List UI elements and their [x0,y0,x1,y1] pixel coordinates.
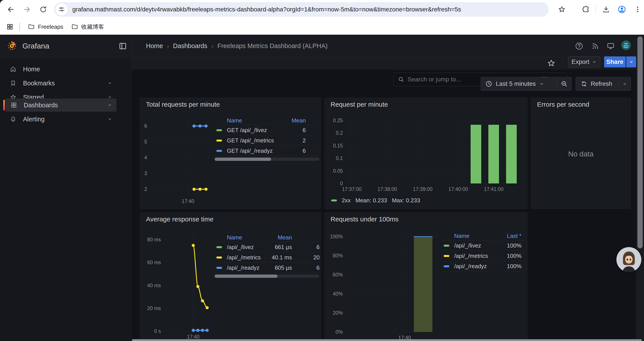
breadcrumb-home[interactable]: Home [146,42,163,50]
svg-text:40%: 40% [333,291,343,297]
collapse-sidebar-button[interactable] [118,42,127,51]
panel-errors-per-second[interactable]: Errors per second No data [531,98,631,209]
legend-series-name[interactable]: 2xx [342,197,350,204]
table-cell: 2 [293,137,319,144]
bookmarks-divider [19,22,20,31]
star-dashboard-button[interactable] [547,59,556,68]
bookmark-page-button[interactable] [556,4,567,15]
horizontal-scrollbar-thumb[interactable] [132,339,642,341]
profile-button[interactable] [616,4,627,15]
help-button[interactable] [574,41,584,51]
floating-assistant-avatar[interactable] [616,247,641,272]
table-scrollbar[interactable] [214,158,319,161]
svg-text:80%: 80% [333,253,343,258]
dashboard-action-bar [131,58,644,69]
series-swatch [216,129,222,131]
series-swatch [216,140,222,142]
apps-grid-button[interactable] [4,21,15,32]
zoom-out-time-button[interactable] [556,77,572,90]
table-row[interactable]: GET /api/_/metrics2 [214,135,319,146]
monitor-icon [606,42,615,50]
export-button[interactable]: Export [568,56,600,67]
bookmark-folder-blogs[interactable]: 收藏博客 [67,21,108,33]
breadcrumb-dashboards[interactable]: Dashboards [173,42,207,50]
column-header[interactable]: Last * [292,234,319,241]
series-name: GET /api/_/metrics [227,137,274,144]
table-cell: 40.1 ms [262,254,292,261]
news-button[interactable] [590,41,600,51]
chevron-down-icon [592,60,597,64]
time-range-picker[interactable]: Last 5 minutes [481,77,572,91]
vertical-scrollbar-thumb[interactable] [638,37,643,248]
panel-total-requests-per-minute[interactable]: Total requests per minute 6543217:40 Nam… [140,98,321,209]
table-row[interactable]: /api/_/livez661 µs646 µs [214,242,319,252]
bookmark-star-icon [558,6,566,14]
kebab-menu-icon [634,6,641,13]
refresh-interval-button[interactable] [618,77,631,90]
clock-icon [485,80,492,87]
url-text[interactable]: grafana.mathmast.com/d/deytv4rwavabkb/fr… [72,6,461,13]
panel-title[interactable]: Errors per second [537,101,589,108]
table-row[interactable]: GET /api/_/readyz6 [214,146,319,156]
home-icon [10,66,16,72]
bell-icon [10,116,16,122]
table-row[interactable]: /api/_/livez100% [442,240,524,251]
sidebar-item-alerting[interactable]: Alerting [3,113,116,126]
back-icon [6,5,15,14]
search-icon [398,76,404,83]
column-header[interactable]: Last * [498,233,524,239]
extensions-button[interactable] [580,4,592,15]
table-row[interactable]: GET /api/_/livez6 [214,125,319,135]
table-scrollbar[interactable] [214,274,319,278]
forward-button[interactable] [22,4,32,15]
chart-legend[interactable]: 2xx Mean: 0.233 Max: 0.233 [331,197,420,204]
extensions-puzzle-icon [582,6,590,14]
sidebar-item-label: Dashboards [24,102,107,109]
site-settings-icon[interactable] [56,4,68,15]
table-row[interactable]: /api/_/metrics40.1 ms20.5 ms [214,252,319,263]
column-header[interactable]: Name [214,234,262,241]
column-header[interactable]: Name [214,117,292,124]
back-button[interactable] [5,4,16,15]
request-per-minute-chart[interactable]: 0.250.20.150.10.05017:37:0017:38:0017:39… [325,98,527,209]
panel-requests-under-100ms[interactable]: Requests under 100ms 100%80%60%40%20%0%1… [324,212,528,341]
sidebar-item-home[interactable]: Home [3,63,116,76]
svg-text:0 s: 0 s [154,328,161,334]
reload-button[interactable] [38,4,49,15]
sidebar-item-bookmarks[interactable]: Bookmarks [3,77,116,90]
table-row[interactable]: /api/_/readyz605 µs620 µs [214,263,319,273]
refresh-controls[interactable]: Refresh [576,77,631,91]
url-bar[interactable]: grafana.mathmast.com/d/deytv4rwavabkb/fr… [54,2,549,17]
browser-menu-button[interactable] [632,4,643,15]
download-icon [602,6,610,14]
display-button[interactable] [606,41,616,51]
column-header[interactable]: Name [442,233,498,239]
svg-text:17:41:00: 17:41:00 [484,186,504,192]
bookmark-folder-freeleaps[interactable]: Freeleaps [24,21,67,33]
svg-text:6: 6 [144,123,147,129]
share-menu-button[interactable] [626,56,636,67]
rss-icon [592,42,599,50]
share-button[interactable]: Share [604,56,626,67]
svg-text:20%: 20% [333,310,343,316]
export-label: Export [572,58,590,65]
browser-toolbar: grafana.mathmast.com/d/deytv4rwavabkb/fr… [0,0,644,19]
column-header[interactable]: Mean [262,234,292,241]
panel-average-response-time[interactable]: Average response time 80 ms60 ms40 ms20 … [140,212,321,341]
svg-text:2: 2 [144,186,147,192]
grafana-logo[interactable] [6,40,18,52]
sidebar-item-dashboards[interactable]: Dashboards [5,99,116,112]
svg-text:0.05: 0.05 [333,168,343,174]
legend-mean: Mean: 0.233 [355,197,387,204]
refresh-button[interactable]: Refresh [576,77,618,90]
sidebar-item-label: Bookmarks [23,80,107,87]
downloads-button[interactable] [600,4,612,15]
column-header[interactable]: Mean [292,117,319,124]
table-row[interactable]: /api/_/metrics100% [442,251,524,261]
user-avatar[interactable] [621,40,631,50]
series-swatch [444,245,449,247]
panel-request-per-minute[interactable]: Request per minute 0.250.20.150.10.05017… [324,98,528,209]
table-cell: 646 µs [292,244,319,251]
time-range-label: Last 5 minutes [496,80,536,87]
table-row[interactable]: /api/_/readyz100% [442,261,524,271]
